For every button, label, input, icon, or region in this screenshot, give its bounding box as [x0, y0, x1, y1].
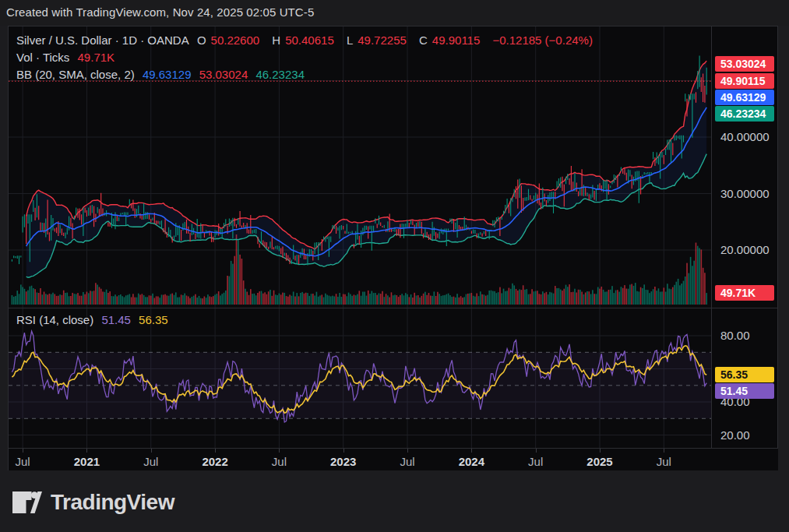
- time-axis-label: Jul: [143, 455, 158, 468]
- rsi-axis-label: 20.00: [720, 428, 750, 442]
- time-axis-label: Jul: [400, 455, 414, 468]
- bb-legend-row[interactable]: BB (20, SMA, close, 2) 49.63129 53.03024…: [16, 68, 309, 81]
- price-change: −0.12185 (−0.24%): [492, 33, 592, 47]
- attribution-text: Created with TradingView.com, Nov 24, 20…: [6, 5, 314, 19]
- bb-label[interactable]: BB (20, SMA, close, 2): [16, 68, 135, 81]
- time-axis-tick: [600, 449, 601, 453]
- rsi-badge: 56.35: [715, 367, 774, 382]
- tradingview-logo[interactable]: TradingView: [12, 489, 174, 516]
- rsi-axis-label: 80.00: [720, 329, 750, 342]
- time-axis-tick: [471, 449, 472, 453]
- volume-legend-row[interactable]: Vol · Ticks 49.71K: [16, 51, 119, 64]
- symbol-legend-row[interactable]: Silver / U.S. Dollar · 1D · OANDA O50.22…: [16, 33, 597, 47]
- footer: TradingView: [0, 470, 789, 532]
- time-axis-tick: [279, 449, 280, 453]
- rsi-badge: 51.45: [715, 383, 774, 399]
- tradingview-logo-text: TradingView: [51, 490, 174, 515]
- time-axis-label: 2023: [330, 455, 356, 468]
- time-axis-tick: [407, 449, 408, 453]
- volume-label[interactable]: Vol · Ticks: [16, 51, 69, 64]
- price-axis-label: 30.00000: [720, 187, 770, 200]
- volume-badge: 49.71K: [715, 285, 774, 301]
- time-axis-tick: [343, 449, 344, 453]
- attribution-bar: Created with TradingView.com, Nov 24, 20…: [0, 0, 789, 26]
- tradingview-widget: Created with TradingView.com, Nov 24, 20…: [0, 0, 789, 532]
- bb-upper-value: 53.03024: [199, 68, 248, 81]
- bb-mid-value: 49.63129: [143, 68, 192, 81]
- ohlc-low: L49.72255: [347, 33, 411, 47]
- price-badge: 46.23234: [715, 106, 774, 122]
- time-axis-label: 2022: [202, 455, 227, 468]
- time-axis-label: 2024: [459, 455, 484, 468]
- bb-lower-value: 46.23234: [255, 68, 305, 81]
- time-axis-tick: [86, 449, 87, 453]
- time-axis-label: Jul: [657, 455, 671, 468]
- time-axis-label: Jul: [272, 455, 287, 468]
- time-scale[interactable]: Jul2021Jul2022Jul2023Jul2024Jul2025Jul: [9, 448, 778, 471]
- time-axis-tick: [664, 449, 664, 453]
- ohlc-close: C49.90115: [419, 33, 484, 47]
- price-badge: 49.90115: [715, 73, 774, 89]
- time-axis-tick: [536, 449, 537, 453]
- price-axis-label: 20.00000: [720, 243, 770, 256]
- time-axis-label: Jul: [528, 455, 543, 468]
- tradingview-logo-icon: [12, 491, 42, 513]
- rsi-label[interactable]: RSI (14, close): [16, 313, 93, 326]
- time-axis-label: 2021: [74, 455, 100, 468]
- ohlc-open: O50.22600: [197, 33, 264, 47]
- time-axis-tick: [215, 449, 216, 453]
- rsi-legend-row[interactable]: RSI (14, close) 51.45 56.35: [16, 313, 173, 326]
- rsi-value: 51.45: [101, 313, 131, 326]
- volume-value: 49.71K: [78, 51, 115, 64]
- symbol-title[interactable]: Silver / U.S. Dollar · 1D · OANDA: [16, 33, 189, 47]
- rsi-signal-value: 56.35: [139, 313, 168, 326]
- time-axis-tick: [151, 449, 152, 453]
- price-badge: 53.03024: [715, 56, 774, 72]
- time-axis-tick: [23, 449, 23, 453]
- price-scale[interactable]: 40.0000030.0000020.0000080.0040.0020.005…: [711, 26, 779, 448]
- time-axis-label: 2025: [586, 455, 612, 468]
- price-badge: 49.63129: [715, 90, 774, 105]
- ohlc-high: H50.40615: [272, 33, 338, 47]
- chart-widget[interactable]: Silver / U.S. Dollar · 1D · OANDA O50.22…: [8, 26, 778, 470]
- time-axis-label: Jul: [16, 455, 30, 468]
- chart-canvas[interactable]: [9, 26, 778, 448]
- price-axis-label: 40.00000: [720, 130, 770, 143]
